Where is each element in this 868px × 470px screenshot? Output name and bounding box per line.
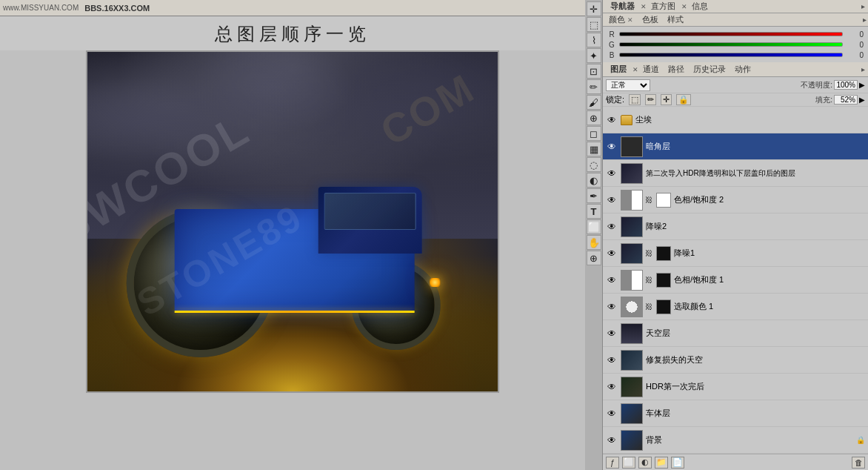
text-tool[interactable]: T <box>587 204 601 219</box>
lock-pos-btn[interactable]: ✛ <box>661 94 672 105</box>
zoom-tool[interactable]: ⊕ <box>587 251 601 265</box>
layer-row[interactable]: 👁 ⛓ 色相/饱和度 2 <box>603 187 868 214</box>
layer-thumbnail <box>621 297 643 317</box>
tab-actions[interactable]: 动作 <box>730 63 755 76</box>
layer-row[interactable]: 👁 ⛓ 选取颜色 1 <box>603 294 868 320</box>
layer-chain: ⛓ <box>646 249 652 257</box>
lasso-tool[interactable]: ⌇ <box>587 33 601 47</box>
lock-label: 锁定: <box>606 94 624 105</box>
g-slider[interactable] <box>619 42 843 47</box>
layers-controls: 正常 不透明度: 100% ▶ <box>603 77 868 93</box>
lock-all-btn[interactable]: 🔒 <box>676 94 691 105</box>
layer-visibility-toggle[interactable]: 👁 <box>606 354 618 366</box>
pen-tool[interactable]: ✒ <box>587 188 601 203</box>
r-value: 0 <box>846 30 864 39</box>
tab-paths[interactable]: 路径 <box>664 63 689 76</box>
layer-row[interactable]: 👁 ⛓ 色相/饱和度 1 <box>603 267 868 294</box>
menu-bar[interactable]: www.MISSYUAN.COM BBS.16XX3.COM <box>0 0 585 16</box>
layer-visibility-toggle[interactable]: 👁 <box>606 274 618 286</box>
r-label: R <box>607 30 616 39</box>
layer-row[interactable]: 👁 ⛓ 降噪1 <box>603 240 868 267</box>
layer-row[interactable]: 👁 HDR第一次完后 <box>603 374 868 400</box>
layer-row[interactable]: 👁 背景 🔒 <box>603 427 868 454</box>
layer-name: 暗角层 <box>646 141 865 152</box>
color-panel-tabs: 颜色 ✕ 色板 样式 ▸ <box>603 13 868 27</box>
tab-color[interactable]: 颜色 ✕ <box>604 13 638 26</box>
move-tool[interactable]: ✛ <box>587 1 601 16</box>
tab-styles[interactable]: 样式 <box>663 13 688 26</box>
g-label: G <box>607 41 616 49</box>
layer-visibility-toggle[interactable]: 👁 <box>606 434 618 446</box>
layer-visibility-toggle[interactable]: 👁 <box>606 248 618 259</box>
layer-visibility-toggle[interactable]: 👁 <box>606 168 618 179</box>
new-layer-btn[interactable]: 📄 <box>671 457 684 469</box>
select-tool[interactable]: ⬚ <box>587 17 601 32</box>
tab-navigator[interactable]: 导航器 <box>606 0 639 13</box>
color-sliders: R 0 G 0 B 0 <box>603 27 868 62</box>
magic-wand-tool[interactable]: ✦ <box>587 48 601 63</box>
layer-name: 修复损失的天空 <box>646 354 865 365</box>
delete-layer-btn[interactable]: 🗑 <box>852 457 865 469</box>
gradient-tool[interactable]: ▦ <box>587 142 601 156</box>
layer-thumbnail <box>621 243 643 264</box>
layer-group-btn[interactable]: 📁 <box>655 457 668 469</box>
layer-style-btn[interactable]: ƒ <box>606 457 619 469</box>
eraser-tool[interactable]: ◻ <box>587 126 601 141</box>
fill-arrow[interactable]: ▶ <box>859 96 865 104</box>
fill-value[interactable]: 52% <box>834 95 858 105</box>
layer-name: 色相/饱和度 2 <box>674 194 865 205</box>
layer-visibility-toggle[interactable]: 👁 <box>606 114 618 126</box>
nav-collapse-btn[interactable]: ▸ <box>861 2 865 10</box>
layers-collapse-btn[interactable]: ▸ <box>861 65 865 73</box>
lock-paint-btn[interactable]: ✏ <box>645 94 656 105</box>
layer-mask <box>656 193 671 208</box>
r-slider[interactable] <box>619 32 843 36</box>
b-slider[interactable] <box>619 53 843 57</box>
color-collapse-btn[interactable]: ▸ <box>863 16 867 24</box>
tab-history[interactable]: 历史记录 <box>689 63 730 76</box>
layer-visibility-toggle[interactable]: 👁 <box>606 408 618 420</box>
layer-visibility-toggle[interactable]: 👁 <box>606 221 618 233</box>
dodge-tool[interactable]: ◐ <box>587 173 601 188</box>
layer-visibility-toggle[interactable]: 👁 <box>606 301 618 313</box>
tab-info[interactable]: 信息 <box>687 0 712 13</box>
layer-row[interactable]: 👁 修复损失的天空 <box>603 347 868 374</box>
layer-row[interactable]: 👁 降噪2 <box>603 214 868 240</box>
nav-panel-tabs: 导航器 ✕ 直方图 ✕ 信息 ▸ <box>603 0 868 13</box>
layer-row[interactable]: 👁 第二次导入HDR降透明和以下层盖印后的图层 <box>603 160 868 187</box>
lock-transparent-btn[interactable]: ⬚ <box>629 94 641 105</box>
brush-tool[interactable]: 🖌 <box>587 95 601 110</box>
layer-chain: ⛓ <box>646 302 652 311</box>
layer-visibility-toggle[interactable]: 👁 <box>606 381 618 393</box>
tab-channels[interactable]: 通道 <box>638 63 664 76</box>
tab-histogram[interactable]: 直方图 <box>647 0 680 13</box>
layer-name: 车体层 <box>646 408 865 419</box>
blend-mode-select[interactable]: 正常 <box>606 79 650 91</box>
layer-visibility-toggle[interactable]: 👁 <box>606 141 618 153</box>
hand-tool[interactable]: ✋ <box>587 235 601 250</box>
opacity-arrow[interactable]: ▶ <box>859 81 865 89</box>
layer-row[interactable]: 👁 车体层 <box>603 400 868 427</box>
layer-row[interactable]: 👁 尘埃 <box>603 107 868 133</box>
clone-tool[interactable]: ⊕ <box>587 110 601 125</box>
crop-tool[interactable]: ⊡ <box>587 64 601 79</box>
layer-row[interactable]: 👁 天空层 <box>603 320 868 347</box>
eyedropper-tool[interactable]: ✏ <box>587 79 601 94</box>
layer-row[interactable]: 👁 暗角层 <box>603 133 868 160</box>
folder-icon <box>621 115 632 125</box>
layer-thumbnail <box>621 403 643 424</box>
shape-tool[interactable]: ⬜ <box>587 219 601 234</box>
adjustment-layer-btn[interactable]: ◐ <box>638 457 652 469</box>
page-title: 总图层顺序一览 <box>0 22 585 46</box>
layer-visibility-toggle[interactable]: 👁 <box>606 194 618 206</box>
layer-mask-btn[interactable]: ⬜ <box>622 457 635 469</box>
blur-tool[interactable]: ◌ <box>587 157 601 172</box>
tab-swatches[interactable]: 色板 <box>638 13 663 26</box>
layer-visibility-toggle[interactable]: 👁 <box>606 328 618 340</box>
layer-mask <box>656 273 671 288</box>
site-url-label: www.MISSYUAN.COM <box>3 4 79 12</box>
site-label: BBS.16XX3.COM <box>84 4 150 13</box>
layer-name: 天空层 <box>646 328 865 339</box>
tab-layers[interactable]: 图层 <box>606 63 631 76</box>
opacity-value[interactable]: 100% <box>834 80 858 90</box>
